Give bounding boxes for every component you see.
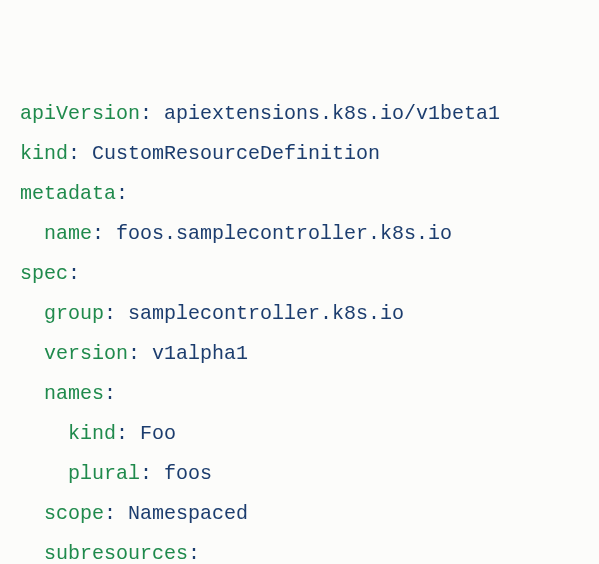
yaml-key: spec xyxy=(20,262,68,285)
yaml-key: metadata xyxy=(20,182,116,205)
yaml-key: subresources xyxy=(44,542,188,564)
yaml-key: names xyxy=(44,382,104,405)
yaml-key: scope xyxy=(44,502,104,525)
yaml-code-block: apiVersion: apiextensions.k8s.io/v1beta1… xyxy=(20,94,579,564)
yaml-key: kind xyxy=(20,142,68,165)
yaml-value: samplecontroller.k8s.io xyxy=(128,302,404,325)
yaml-key: group xyxy=(44,302,104,325)
yaml-value: apiextensions.k8s.io/v1beta1 xyxy=(164,102,500,125)
yaml-key: name xyxy=(44,222,92,245)
yaml-key: plural xyxy=(68,462,140,485)
yaml-value: Foo xyxy=(140,422,176,445)
yaml-value: v1alpha1 xyxy=(152,342,248,365)
yaml-key: version xyxy=(44,342,128,365)
yaml-value: foos xyxy=(164,462,212,485)
yaml-value: Namespaced xyxy=(128,502,248,525)
yaml-key: kind xyxy=(68,422,116,445)
yaml-key: apiVersion xyxy=(20,102,140,125)
yaml-value: CustomResourceDefinition xyxy=(92,142,380,165)
yaml-value: foos.samplecontroller.k8s.io xyxy=(116,222,452,245)
